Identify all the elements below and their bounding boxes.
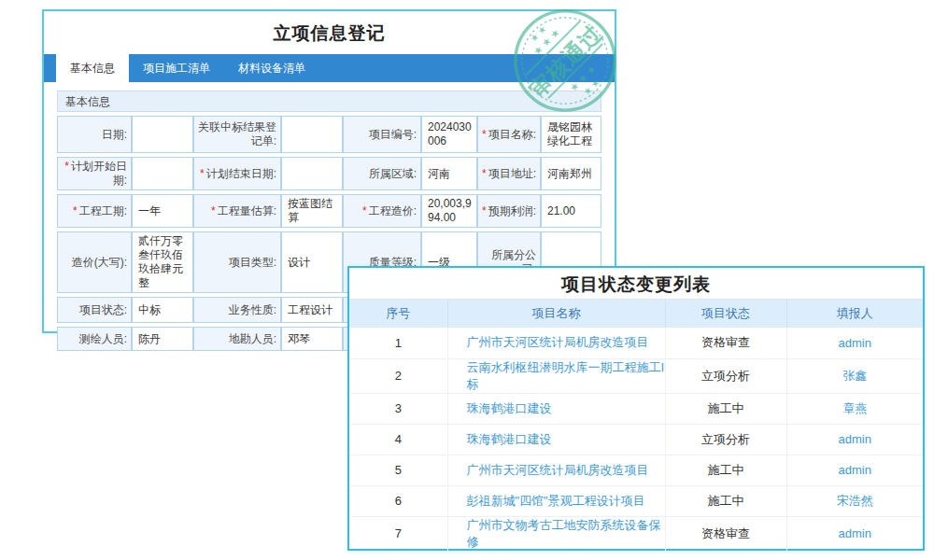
page-title: 立项信息登记 <box>44 11 615 54</box>
project-name-link[interactable]: 广州市天河区统计局机房改造项目 <box>467 463 649 477</box>
field-value-business-nature: 工程设计 <box>281 297 343 323</box>
list-title: 项目状态变更列表 <box>349 268 923 300</box>
field-label-project-duration: *工程工期: <box>57 194 132 228</box>
project-name-link[interactable]: 广州市文物考古工地安防系统设备保修 <box>467 518 661 549</box>
field-value-expected-profit: 21.00 <box>541 194 601 228</box>
field-label-geotechnical-staff: 地勘人员: <box>193 327 281 351</box>
field-label-project-type: 项目类型: <box>193 231 281 293</box>
tab-basic-info[interactable]: 基本信息 <box>56 54 129 82</box>
page: 立项信息登记 基本信息 项目施工清单 材料设备清单 基本信息 日期: 关联中标结… <box>0 0 934 560</box>
table-row: 1 广州市天河区统计局机房改造项目 资格审查 admin <box>349 328 923 358</box>
field-value-plan-start-date <box>132 157 193 190</box>
field-value-project-duration: 一年 <box>132 194 193 228</box>
field-label-project-address: *项目地址: <box>477 157 541 190</box>
required-asterisk: * <box>200 167 205 180</box>
column-header-reporter: 填报人 <box>786 300 923 328</box>
field-value-project-status: 中标 <box>132 297 193 323</box>
required-asterisk: * <box>362 204 367 217</box>
form-row: *工程工期: 一年 *工程量估算: 按蓝图结算 *工程造价: 20,003,99… <box>57 194 601 228</box>
tab-bar: 基本信息 项目施工清单 材料设备清单 <box>44 54 615 82</box>
project-name-link[interactable]: 广州市天河区统计局机房改造项目 <box>467 335 649 349</box>
project-status: 立项分析 <box>665 358 786 393</box>
table-header-row: 序号 项目名称 项目状态 填报人 <box>349 300 923 328</box>
field-value-geotechnical-staff: 邓琴 <box>281 327 343 351</box>
required-asterisk: * <box>211 204 216 217</box>
project-status: 施工中 <box>665 485 786 516</box>
field-label-project-status: 项目状态: <box>57 297 132 323</box>
row-index: 1 <box>349 328 447 358</box>
table-row: 7 广州市文物考古工地安防系统设备保修 资格审查 admin <box>349 516 923 551</box>
field-label-region: 所属区域: <box>343 157 421 190</box>
reporter-link[interactable]: admin <box>839 432 871 446</box>
project-status: 资格审查 <box>665 516 786 551</box>
reporter-link[interactable]: admin <box>839 526 871 540</box>
project-name-link[interactable]: 珠海鹤港口建设 <box>467 432 552 446</box>
table-row: 2 云南水利枢纽潜明水库一期工程施工I标 立项分析 张鑫 <box>349 358 923 393</box>
project-name-link[interactable]: 珠海鹤港口建设 <box>467 401 552 415</box>
field-label-date: 日期: <box>57 116 132 153</box>
required-asterisk: * <box>482 204 487 217</box>
row-index: 6 <box>349 485 447 516</box>
status-change-table: 序号 项目名称 项目状态 填报人 1 广州市天河区统计局机房改造项目 资格审查 … <box>349 300 923 552</box>
field-value-linked-bid-result <box>281 116 343 153</box>
column-header-index: 序号 <box>349 300 447 328</box>
row-index: 2 <box>349 358 447 393</box>
table-row: 3 珠海鹤港口建设 施工中 章燕 <box>349 393 923 424</box>
field-value-date <box>132 116 193 153</box>
status-change-list-panel: 项目状态变更列表 序号 项目名称 项目状态 填报人 1 广州市天河区统计局机房改… <box>347 266 925 551</box>
form-row: 日期: 关联中标结果登记单: 项目编号: 2024030006 *项目名称: 晟… <box>57 116 601 153</box>
field-label-quantity-estimate: *工程量估算: <box>193 194 281 228</box>
field-label-business-nature: 业务性质: <box>193 297 281 323</box>
reporter-link[interactable]: admin <box>839 336 871 350</box>
project-name-link[interactable]: 彭祖新城"四馆"景观工程设计项目 <box>467 494 645 508</box>
section-header-basic-info: 基本信息 <box>57 91 601 112</box>
field-label-plan-end-date: *计划结束日期: <box>193 157 281 190</box>
project-status: 施工中 <box>665 455 786 485</box>
field-value-region: 河南 <box>421 157 477 190</box>
field-label-cost-in-words: 造价(大写): <box>57 231 132 293</box>
reporter-link[interactable]: 张鑫 <box>842 369 867 383</box>
field-value-project-cost: 20,003,994.00 <box>421 194 477 228</box>
project-status: 施工中 <box>665 393 786 424</box>
table-row: 6 彭祖新城"四馆"景观工程设计项目 施工中 宋浩然 <box>349 485 923 516</box>
required-asterisk: * <box>73 204 78 217</box>
field-value-cost-in-words: 贰仟万零叁仟玖佰玖拾肆元整 <box>132 231 193 293</box>
tab-material-equipment-list[interactable]: 材料设备清单 <box>224 54 319 82</box>
field-label-expected-profit: *预期利润: <box>477 194 541 228</box>
required-asterisk: * <box>64 160 69 173</box>
field-label-surveyor: 测绘人员: <box>57 327 132 351</box>
table-row: 5 广州市天河区统计局机房改造项目 施工中 admin <box>349 455 923 485</box>
field-label-linked-bid-result: 关联中标结果登记单: <box>193 116 281 153</box>
field-label-project-cost: *工程造价: <box>343 194 421 228</box>
field-label-plan-start-date: *计划开始日期: <box>57 157 132 190</box>
form-row: *计划开始日期: *计划结束日期: 所属区域: 河南 *项目地址: 河南郑州 <box>57 157 601 190</box>
field-label-project-name: *项目名称: <box>477 116 541 153</box>
field-value-quantity-estimate: 按蓝图结算 <box>281 194 343 228</box>
reporter-link[interactable]: 宋浩然 <box>837 494 873 508</box>
field-label-project-no: 项目编号: <box>343 116 421 153</box>
row-index: 3 <box>349 393 447 424</box>
field-value-plan-end-date <box>281 157 343 190</box>
project-status: 立项分析 <box>665 424 786 455</box>
field-value-project-name: 晟铭园林绿化工程 <box>541 116 601 153</box>
field-value-surveyor: 陈丹 <box>132 327 193 351</box>
project-name-link[interactable]: 云南水利枢纽潜明水库一期工程施工I标 <box>467 360 665 391</box>
row-index: 4 <box>349 424 447 455</box>
project-status: 资格审查 <box>665 328 786 358</box>
field-value-project-no: 2024030006 <box>421 116 477 153</box>
reporter-link[interactable]: 章燕 <box>842 401 867 415</box>
reporter-link[interactable]: admin <box>839 463 871 477</box>
required-asterisk: * <box>482 128 487 141</box>
column-header-project-name: 项目名称 <box>447 300 665 328</box>
field-value-project-type: 设计 <box>281 231 343 293</box>
row-index: 7 <box>349 516 447 551</box>
column-header-project-status: 项目状态 <box>665 300 786 328</box>
row-index: 5 <box>349 455 447 485</box>
field-value-project-address: 河南郑州 <box>541 157 601 190</box>
required-asterisk: * <box>482 167 487 180</box>
table-row: 4 珠海鹤港口建设 立项分析 admin <box>349 424 923 455</box>
tab-construction-list[interactable]: 项目施工清单 <box>129 54 224 82</box>
